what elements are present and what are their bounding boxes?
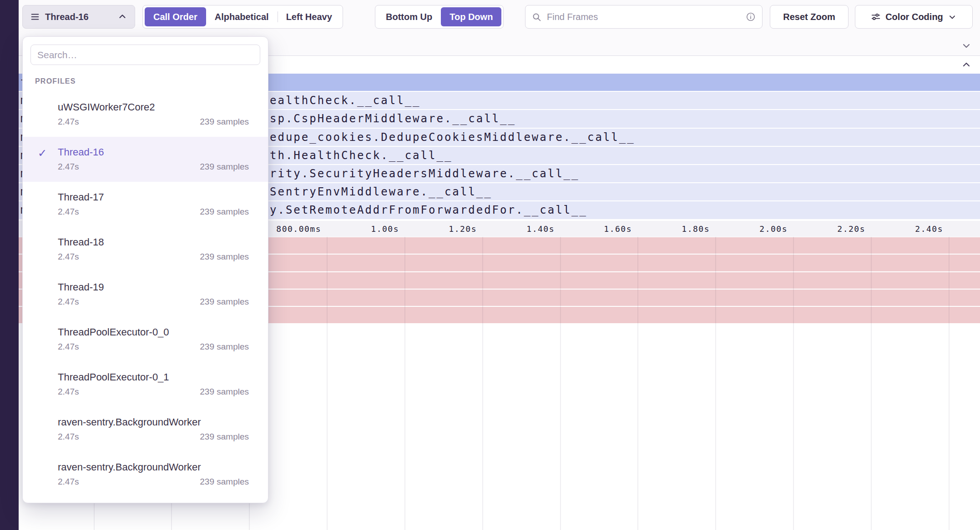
thread-option-name: uWSGIWorker7Core2 [58,101,249,114]
thread-option-threadpoolexecutor-0-0[interactable]: ThreadPoolExecutor-0_02.47s239 samples [23,317,268,362]
segment-left-heavy[interactable]: Left Heavy [278,7,341,26]
thread-dropdown-panel: PROFILES uWSGIWorker7Core22.47s239 sampl… [22,36,268,503]
gridline [949,237,950,530]
thread-option-name: Thread-17 [58,191,249,204]
thread-selector-label: Thread-16 [45,12,89,22]
time-tick-label: 2.00s [759,224,788,234]
thread-option-meta: 2.47s239 samples [58,387,249,397]
thread-duration: 2.47s [58,252,79,262]
thread-sample-count: 239 samples [200,432,249,442]
frame-text: ealthCheck.__call__ [270,94,421,107]
segment-alphabetical[interactable]: Alphabetical [206,7,278,26]
thread-option-thread-18[interactable]: Thread-182.47s239 samples [23,227,268,272]
frame-text: rity.SecurityHeadersMiddleware.__call__ [270,167,580,180]
time-tick-label: 1.00s [371,224,399,234]
flamegraph-collapse-button[interactable] [961,59,972,70]
thread-option-raven-sentry-backgroundworker[interactable]: raven-sentry.BackgroundWorker2.47s239 sa… [23,407,268,452]
gridline [482,237,483,530]
thread-sample-count: 239 samples [200,162,249,172]
gridline [327,237,328,530]
thread-sample-count: 239 samples [200,342,249,352]
thread-options-list: uWSGIWorker7Core22.47s239 samples✓Thread… [23,92,268,497]
thread-option-name: Thread-18 [58,236,249,249]
search-icon [532,12,541,22]
dropdown-search-input[interactable] [30,45,260,65]
time-tick-label: 1.20s [449,224,477,234]
color-coding-label: Color Coding [885,12,943,22]
checkmark-icon: ✓ [38,147,47,160]
thread-selector-button[interactable]: Thread-16 [22,5,135,29]
chevron-down-icon [948,12,957,21]
thread-option-meta: 2.47s239 samples [58,162,249,172]
thread-option-name: Thread-16 [58,146,249,159]
thread-option-thread-16[interactable]: ✓Thread-162.47s239 samples [23,137,268,182]
thread-option-uwsgiworker7core2[interactable]: uWSGIWorker7Core22.47s239 samples [23,92,268,137]
left-sidebar-strip [0,0,19,530]
thread-duration: 2.47s [58,117,79,127]
time-tick-label: 1.40s [526,224,555,234]
thread-sample-count: 239 samples [200,477,249,487]
thread-sample-count: 239 samples [200,387,249,397]
thread-option-thread-19[interactable]: Thread-192.47s239 samples [23,272,268,317]
thread-duration: 2.47s [58,162,79,172]
segment-call-order[interactable]: Call Order [145,7,206,26]
segment-top-down[interactable]: Top Down [441,7,501,26]
thread-option-name: raven-sentry.BackgroundWorker [58,461,249,474]
frame-text: sp.CspHeaderMiddleware.__call__ [270,112,516,125]
find-frames-box [525,5,763,29]
thread-option-meta: 2.47s239 samples [58,432,249,442]
frame-text: SentryEnvMiddleware.__call__ [270,185,492,198]
thread-duration: 2.47s [58,297,79,307]
direction-group: Bottom UpTop Down [375,5,504,29]
thread-option-raven-sentry-backgroundworker[interactable]: raven-sentry.BackgroundWorker2.47s239 sa… [23,452,268,497]
thread-option-meta: 2.47s239 samples [58,252,249,262]
reset-zoom-label: Reset Zoom [783,12,835,22]
info-icon[interactable] [746,12,756,22]
time-tick-label: 1.80s [682,224,710,234]
time-tick-label: 2.20s [837,224,865,234]
frame-text: edupe_cookies.DedupeCookiesMiddleware.__… [270,131,635,144]
sliders-icon [871,12,881,22]
minimap-collapse-button[interactable] [961,40,972,51]
gridline [560,237,561,530]
frame-text: y.SetRemoteAddrFromForwardedFor.__call__ [270,204,587,216]
find-frames-input[interactable] [546,11,741,23]
gridline [637,237,638,530]
thread-option-thread-17[interactable]: Thread-172.47s239 samples [23,182,268,227]
thread-duration: 2.47s [58,432,79,442]
thread-option-meta: 2.47s239 samples [58,342,249,352]
sort-order-group: Call OrderAlphabeticalLeft Heavy [142,5,343,29]
gridline [715,237,716,530]
thread-option-meta: 2.47s239 samples [58,207,249,217]
thread-option-name: ThreadPoolExecutor-0_0 [58,326,249,339]
thread-option-meta: 2.47s239 samples [58,297,249,307]
color-coding-button[interactable]: Color Coding [855,5,973,29]
thread-option-meta: 2.47s239 samples [58,477,249,487]
thread-option-name: Thread-19 [58,281,249,294]
thread-option-name: raven-sentry.BackgroundWorker [58,416,249,429]
gridline [793,237,794,530]
thread-option-meta: 2.47s239 samples [58,117,249,127]
list-icon [30,12,40,22]
gridline [871,237,872,530]
reset-zoom-button[interactable]: Reset Zoom [770,5,849,29]
segment-bottom-up[interactable]: Bottom Up [377,7,441,26]
time-tick-label: 2.40s [915,224,943,234]
thread-duration: 2.47s [58,342,79,352]
time-tick-label: 800.00ms [276,224,321,234]
chevron-up-icon [117,12,127,22]
thread-sample-count: 239 samples [200,117,249,127]
thread-duration: 2.47s [58,387,79,397]
time-tick-label: 1.60s [604,224,632,234]
thread-option-threadpoolexecutor-0-1[interactable]: ThreadPoolExecutor-0_12.47s239 samples [23,362,268,407]
thread-duration: 2.47s [58,207,79,217]
thread-sample-count: 239 samples [200,207,249,217]
profiles-section-label: PROFILES [35,77,268,85]
thread-option-name: ThreadPoolExecutor-0_1 [58,371,249,384]
thread-duration: 2.47s [58,477,79,487]
gridline [404,237,405,530]
thread-sample-count: 239 samples [200,252,249,262]
thread-sample-count: 239 samples [200,297,249,307]
frame-text: th.HealthCheck.__call__ [270,149,452,162]
